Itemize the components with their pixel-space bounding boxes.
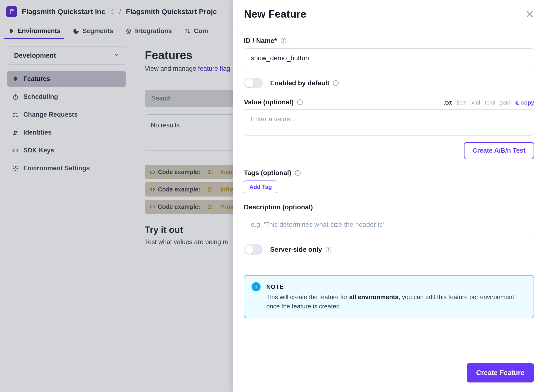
svg-point-8 [283,39,284,40]
note-title: NOTE [266,282,526,292]
info-icon[interactable] [280,38,286,44]
server-side-only-toggle[interactable] [244,244,263,255]
svg-point-19 [297,172,298,172]
svg-rect-12 [336,83,336,85]
enabled-by-default-label: Enabled by default [270,79,329,87]
info-icon[interactable] [325,246,332,253]
new-feature-panel: New Feature ID / Name* Enabled by defaul… [233,0,545,392]
note-callout: i NOTE This will create the feature for … [244,275,534,318]
format-toml[interactable]: .toml [483,99,495,106]
svg-point-22 [328,248,329,249]
svg-rect-23 [328,249,329,251]
svg-rect-16 [517,102,519,104]
svg-rect-9 [283,40,284,42]
id-name-input[interactable] [244,48,534,68]
copy-icon [515,100,520,105]
info-icon[interactable] [333,80,339,86]
add-tag-button[interactable]: Add Tag [244,181,277,193]
note-text: This will create the feature for all env… [266,293,526,311]
id-name-label: ID / Name* [244,37,277,44]
value-input[interactable] [244,109,534,135]
enabled-by-default-toggle[interactable] [244,78,263,88]
tags-label: Tags (optional) [244,169,291,177]
svg-rect-15 [300,102,300,104]
svg-point-14 [300,101,300,101]
format-yaml[interactable]: .yaml [499,99,512,106]
format-txt[interactable]: .txt [444,99,452,106]
close-icon[interactable] [526,10,534,18]
panel-title: New Feature [244,8,306,20]
create-ab-test-button[interactable]: Create A/B/n Test [464,142,534,159]
info-icon[interactable] [297,99,303,105]
format-xml[interactable]: .xml [470,99,480,106]
server-side-only-label: Server-side only [270,246,322,253]
info-icon: i [252,282,260,291]
svg-rect-17 [516,101,518,104]
description-input[interactable] [244,215,534,234]
copy-button[interactable]: copy [515,99,534,106]
description-label: Description (optional) [244,203,313,211]
create-feature-button[interactable]: Create Feature [467,363,534,382]
value-label: Value (optional) [244,98,293,106]
svg-rect-20 [297,172,298,174]
info-icon[interactable] [295,170,301,176]
value-format-tabs: .txt .json .xml .toml .yaml copy [444,99,534,106]
format-json[interactable]: .json [455,99,467,106]
svg-point-11 [336,82,336,82]
